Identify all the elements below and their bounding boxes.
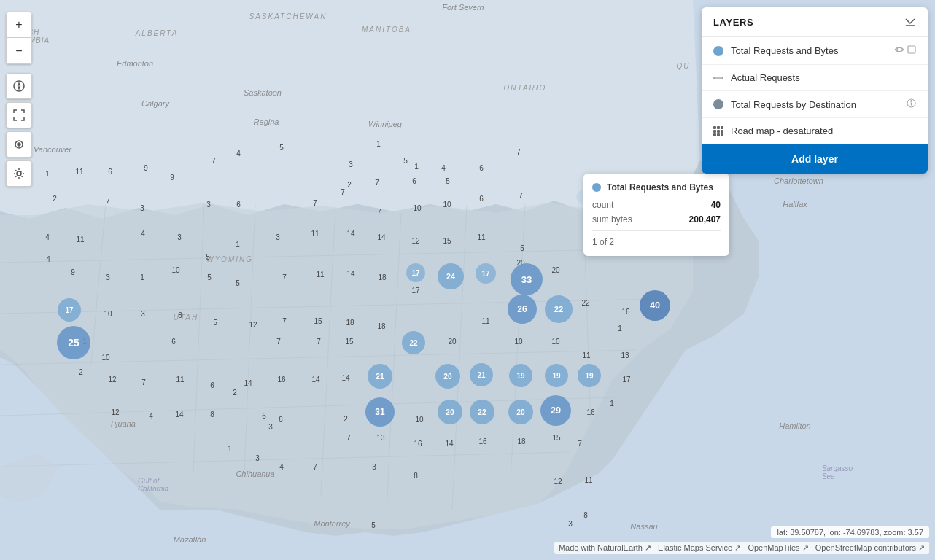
layer-item-total-requests-dest[interactable]: Total Requests by Destination <box>702 91 928 118</box>
bubble-marker[interactable]: 20 <box>435 364 460 389</box>
layers-collapse-button[interactable] <box>904 16 916 28</box>
bubble-marker[interactable]: 17 <box>476 263 496 284</box>
layer-label-actual-requests: Actual Requests <box>731 72 916 83</box>
layer-label-total-requests-dest: Total Requests by Destination <box>731 99 899 110</box>
bubble-marker[interactable]: 22 <box>470 400 494 424</box>
bubble-marker[interactable]: 22 <box>402 331 425 354</box>
layer-edit-icon[interactable] <box>907 45 916 56</box>
bubble-marker[interactable]: 19 <box>578 364 601 387</box>
map-container[interactable]: Fort Severn ALBERTA SASKATCHEWAN MANITOB… <box>0 0 935 560</box>
layer-label-total-requests-bytes: Total Requests and Bytes <box>731 45 887 56</box>
tooltip-pagination: 1 of 2 <box>592 237 721 247</box>
bubble-marker[interactable]: 19 <box>545 364 568 387</box>
svg-point-21 <box>18 143 20 146</box>
tooltip-dot <box>592 183 601 192</box>
draw-button[interactable] <box>6 131 32 158</box>
bubble-marker[interactable]: 19 <box>509 364 532 387</box>
bubble-marker[interactable]: 17 <box>406 263 425 282</box>
map-tools <box>6 73 32 187</box>
svg-point-19 <box>18 85 20 88</box>
layer-visibility-icon[interactable] <box>894 44 904 57</box>
bubble-marker[interactable]: 20 <box>438 400 462 424</box>
map-attribution: Made with NaturalEarth ↗ Elastic Maps Se… <box>554 542 929 554</box>
layers-header: LAYERS <box>702 7 928 37</box>
zoom-controls: + − <box>6 12 32 64</box>
tooltip-row-bytes: sum bytes 200,407 <box>592 214 721 225</box>
svg-point-26 <box>713 77 715 79</box>
bubble-marker[interactable]: 40 <box>640 290 670 321</box>
add-layer-button[interactable]: Add layer <box>702 144 928 174</box>
layer-line-icon <box>713 73 723 83</box>
bubble-marker[interactable]: 20 <box>508 400 533 424</box>
svg-point-31 <box>911 101 912 102</box>
zoom-in-button[interactable]: + <box>6 12 32 38</box>
bubble-marker[interactable]: 17 <box>58 298 81 322</box>
tooltip-popup: Total Requests and Bytes count 40 sum by… <box>583 174 729 256</box>
bubble-marker[interactable]: 29 <box>540 395 571 426</box>
layer-item-total-requests-bytes[interactable]: Total Requests and Bytes <box>702 37 928 65</box>
bubble-marker[interactable]: 21 <box>368 364 392 389</box>
bubble-marker[interactable]: 21 <box>470 363 493 386</box>
layer-label-road-map: Road map - desaturated <box>731 125 916 136</box>
fullscreen-button[interactable] <box>6 102 32 128</box>
bubble-marker[interactable]: 31 <box>365 397 395 427</box>
zoom-out-button[interactable]: − <box>6 38 32 64</box>
layer-item-road-map[interactable]: Road map - desaturated <box>702 118 928 144</box>
coordinates-bar: lat: 39.50787, lon: -74.69783, zoom: 3.5… <box>771 526 929 538</box>
bubble-marker[interactable]: 26 <box>508 295 537 324</box>
bubble-marker[interactable]: 24 <box>438 263 464 289</box>
layer-dot-blue <box>713 46 723 56</box>
layer-item-actual-requests[interactable]: Actual Requests <box>702 65 928 91</box>
tooltip-row-count: count 40 <box>592 200 721 210</box>
layers-title: LAYERS <box>713 17 753 28</box>
bubble-marker[interactable]: 22 <box>545 295 573 323</box>
settings-button[interactable] <box>6 160 32 187</box>
layer-dot-gray <box>713 99 723 109</box>
layer-info-icon[interactable] <box>907 98 916 110</box>
svg-point-28 <box>721 77 723 79</box>
layers-panel: LAYERS Total Requests and Bytes <box>702 7 928 174</box>
bubble-marker[interactable]: 25 <box>57 326 90 359</box>
bubble-marker[interactable]: 33 <box>511 263 543 295</box>
layer-grid-icon <box>713 126 723 136</box>
compass-button[interactable] <box>6 73 32 99</box>
svg-rect-25 <box>908 46 915 53</box>
tooltip-title: Total Requests and Bytes <box>607 182 713 192</box>
